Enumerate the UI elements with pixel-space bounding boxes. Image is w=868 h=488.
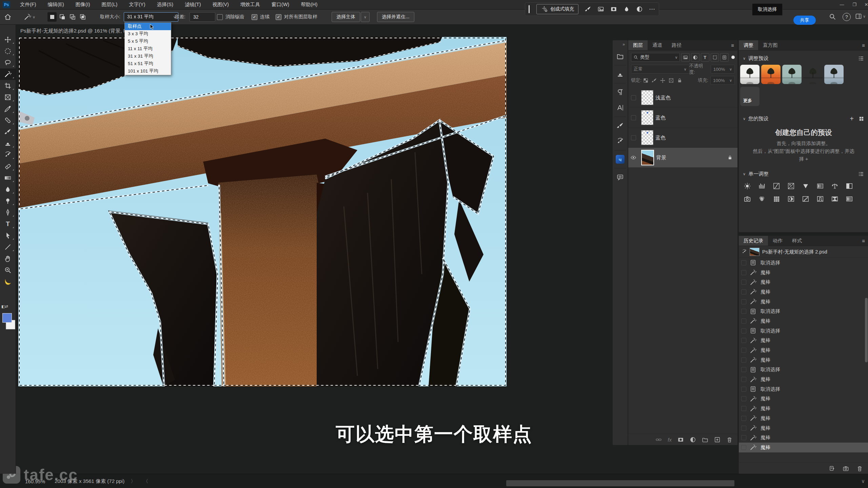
menu-type[interactable]: 文字(Y) [123, 0, 151, 9]
tool-magic-wand[interactable] [0, 68, 16, 80]
dropdown-item-11x11[interactable]: 11 x 11 平均 [125, 45, 171, 53]
lock-transparency-icon[interactable] [643, 78, 649, 83]
horizontal-scrollbar[interactable] [506, 480, 734, 486]
menu-layer[interactable]: 图层(L) [96, 0, 123, 9]
paragraph-panel-icon[interactable] [613, 84, 628, 100]
select-subject-button[interactable]: 选择主体 [332, 12, 360, 22]
select-subject-dropdown-button[interactable]: ∨ [361, 12, 370, 22]
share-button[interactable]: 共享 [793, 16, 816, 25]
minimize-button[interactable]: — [836, 0, 848, 9]
preset-teal-thumbnail[interactable] [782, 65, 802, 84]
history-entry[interactable]: 取消选择 [739, 384, 868, 394]
tool-hand[interactable] [0, 253, 16, 264]
history-entry[interactable]: 魔棒 [739, 268, 868, 278]
vibrance-icon[interactable] [801, 182, 811, 190]
history-entry[interactable]: 魔棒 [739, 287, 868, 297]
visibility-toggle[interactable] [628, 115, 638, 120]
collapse-icon[interactable]: ∨ [743, 56, 746, 61]
visibility-toggle[interactable] [628, 135, 638, 140]
tab-styles[interactable]: 样式 [787, 236, 807, 246]
list-view-icon[interactable] [858, 55, 864, 62]
tab-actions[interactable]: 动作 [768, 236, 787, 246]
filter-pixel-layers-icon[interactable] [681, 53, 690, 62]
history-entry[interactable]: 取消选择 [739, 365, 868, 375]
tool-type[interactable]: T [0, 218, 16, 230]
layer-row[interactable]: 浅蓝色 [628, 88, 737, 108]
layer-thumbnail[interactable] [641, 110, 653, 125]
status-next-icon[interactable]: 〉 [131, 478, 136, 485]
expand-panels-icon[interactable]: » [623, 40, 628, 48]
dropdown-item-5x5[interactable]: 5 x 5 平均 [125, 38, 171, 45]
selective-color-icon[interactable] [844, 195, 854, 203]
preset-sepia-thumbnail[interactable] [803, 65, 823, 84]
collapse-icon[interactable]: ∨ [743, 117, 746, 121]
collapse-icon[interactable]: ∨ [743, 172, 746, 176]
visibility-toggle[interactable] [628, 155, 638, 161]
levels-icon[interactable] [757, 182, 767, 190]
preset-sunset-thumbnail[interactable] [761, 65, 781, 84]
selection-mode-add[interactable] [58, 12, 67, 22]
menu-file[interactable]: 文件(F) [14, 0, 42, 9]
tab-paths[interactable]: 路径 [667, 40, 686, 50]
layer-row[interactable]: 蓝色 [628, 108, 737, 128]
history-entry[interactable]: 魔棒 [739, 345, 868, 355]
canvas-image[interactable] [18, 37, 507, 386]
history-entry[interactable]: 魔棒 [739, 297, 868, 307]
filter-shape-layers-icon[interactable] [711, 53, 719, 62]
selection-mode-new[interactable] [47, 12, 57, 22]
new-snapshot-icon[interactable] [843, 465, 849, 472]
layer-name[interactable]: 背景 [656, 155, 666, 161]
tab-channels[interactable]: 通道 [648, 40, 667, 50]
photo-filter-icon[interactable] [742, 195, 752, 203]
sample-size-dropdown[interactable]: 31 x 31 平均 ∨ [124, 12, 178, 22]
edit-toolbar-banana[interactable] [0, 276, 16, 287]
tool-path-selection[interactable] [0, 230, 16, 241]
layer-row-background[interactable]: 背景 [628, 148, 737, 168]
libraries-panel-icon[interactable] [613, 48, 628, 64]
tool-eyedropper[interactable] [0, 103, 16, 115]
tool-history-brush[interactable] [0, 149, 16, 161]
menu-plugins[interactable]: 增效工具 [235, 0, 266, 9]
layer-name[interactable]: 浅蓝色 [655, 95, 671, 101]
preset-cool-thumbnail[interactable] [824, 65, 844, 84]
clone-source-panel-icon[interactable] [613, 66, 628, 82]
threshold-icon[interactable] [815, 195, 825, 203]
dropdown-item-101x101[interactable]: 101 x 101 平均 [125, 67, 171, 75]
tool-preset-magic-wand[interactable]: ∨ [24, 9, 35, 24]
layer-row[interactable]: 蓝色 [628, 128, 737, 148]
adjustment-icon[interactable] [636, 6, 643, 13]
list-view-icon[interactable] [858, 171, 864, 177]
menu-edit[interactable]: 编辑(E) [42, 0, 70, 9]
exposure-icon[interactable] [786, 182, 796, 190]
history-entry[interactable]: 魔棒 [739, 336, 868, 346]
tool-pen[interactable] [0, 207, 16, 218]
help-icon[interactable]: ? [843, 13, 851, 21]
layer-name[interactable]: 蓝色 [655, 135, 666, 141]
brightness-contrast-icon[interactable] [742, 182, 752, 190]
history-entry[interactable]: 魔棒 [739, 404, 868, 413]
contiguous-checkbox[interactable]: ✓ [252, 14, 257, 20]
history-snapshot-row[interactable]: Ps新手村-无规矩的选择 2.psd [739, 246, 868, 258]
sample-all-layers-checkbox[interactable]: ✓ [276, 14, 281, 20]
curves-icon[interactable] [771, 182, 782, 190]
panel-menu-icon[interactable]: ≡ [728, 40, 737, 50]
history-entry[interactable]: 魔棒 [739, 394, 868, 404]
tool-blur[interactable] [0, 184, 16, 195]
layer-filter-search[interactable]: 类型 ∨ [631, 53, 680, 62]
lock-artboard-icon[interactable] [668, 78, 674, 83]
drag-handle[interactable] [529, 5, 530, 13]
tool-eraser[interactable] [0, 161, 16, 172]
visibility-toggle[interactable] [628, 95, 638, 100]
menu-select[interactable]: 选择(S) [151, 0, 179, 9]
anti-alias-checkbox[interactable] [217, 14, 223, 20]
select-and-mask-button[interactable]: 选择并遮住... [377, 12, 414, 22]
menu-filter[interactable]: 滤镜(T) [179, 0, 207, 9]
lock-all-icon[interactable] [677, 78, 683, 83]
history-entry[interactable]: 魔棒 [739, 277, 868, 287]
tool-spot-healing[interactable] [0, 115, 16, 126]
remove-background-icon[interactable] [597, 6, 604, 13]
restore-button[interactable]: ❐ [849, 0, 860, 9]
home-icon[interactable] [4, 13, 12, 21]
preset-bw-thumbnail[interactable] [740, 65, 760, 84]
filter-type-layers-icon[interactable]: T [701, 53, 709, 62]
